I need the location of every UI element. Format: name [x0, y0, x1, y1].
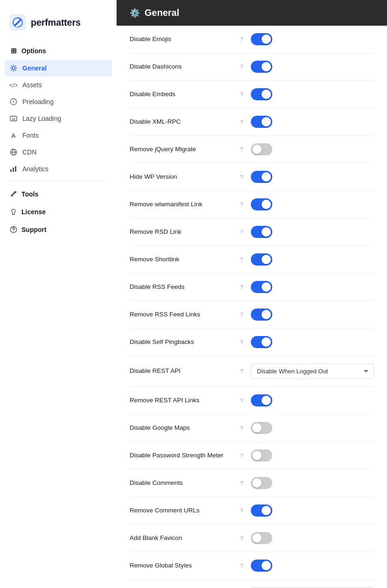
sidebar-item-analytics[interactable]: Analytics	[0, 161, 117, 177]
setting-label-remove-global-styles: Remove Global Styles	[130, 561, 232, 570]
toggle-disable-embeds[interactable]	[251, 88, 272, 100]
general-label: General	[22, 64, 47, 72]
setting-row-disable-emojis: Disable Emojis?	[130, 26, 374, 53]
help-icon-remove-shortlink[interactable]: ?	[237, 255, 246, 264]
toggle-remove-wlwmanifest-link[interactable]	[251, 198, 272, 210]
setting-label-disable-password-strength-meter: Disable Password Strength Meter	[130, 451, 232, 460]
toggle-disable-dashicons[interactable]	[251, 61, 272, 73]
setting-label-disable-rest-api: Disable REST API	[130, 367, 232, 376]
setting-row-disable-google-maps: Disable Google Maps?	[130, 414, 374, 442]
toggle-remove-rest-api-links[interactable]	[251, 394, 272, 406]
help-icon-hide-wp-version[interactable]: ?	[237, 172, 246, 182]
help-icon-disable-embeds[interactable]: ?	[237, 90, 246, 99]
toggle-remove-rsd-link[interactable]	[251, 226, 272, 238]
sidebar-divider-1	[9, 181, 107, 182]
page-header-icon: ⚙️	[130, 8, 140, 18]
toggle-slider-disable-emojis	[251, 33, 272, 45]
toggle-disable-password-strength-meter[interactable]	[251, 449, 272, 462]
toggle-slider-hide-wp-version	[251, 171, 272, 183]
preloading-label: Preloading	[22, 98, 54, 105]
setting-label-hide-wp-version: Hide WP Version	[130, 173, 232, 182]
tools-icon	[9, 190, 18, 198]
general-icon	[9, 64, 18, 72]
options-icon: ⊞	[9, 47, 18, 55]
help-icon-disable-google-maps[interactable]: ?	[237, 423, 246, 433]
setting-row-disable-dashicons: Disable Dashicons?	[130, 53, 374, 81]
setting-label-disable-comments: Disable Comments	[130, 479, 232, 488]
help-icon-remove-wlwmanifest-link[interactable]: ?	[237, 200, 246, 209]
cdn-icon	[9, 148, 18, 156]
help-icon-disable-rest-api[interactable]: ?	[237, 367, 246, 376]
setting-row-remove-rss-feed-links: Remove RSS Feed Links?	[130, 301, 374, 329]
help-icon-remove-jquery-migrate[interactable]: ?	[237, 145, 246, 154]
setting-control-disable-xml-rpc	[251, 116, 374, 128]
toggle-slider-remove-rest-api-links	[251, 394, 272, 406]
support-icon	[9, 225, 18, 234]
toggle-remove-shortlink[interactable]	[251, 253, 272, 266]
setting-control-remove-rss-feed-links	[251, 308, 374, 321]
setting-row-disable-self-pingbacks: Disable Self Pingbacks?	[130, 329, 374, 356]
setting-control-hide-wp-version	[251, 171, 374, 183]
svg-point-12	[13, 231, 14, 231]
toggle-disable-xml-rpc[interactable]	[251, 116, 272, 128]
toggle-slider-disable-dashicons	[251, 61, 272, 73]
setting-row-remove-shortlink: Remove Shortlink?	[130, 246, 374, 273]
setting-control-disable-emojis	[251, 33, 374, 45]
fonts-icon: A	[9, 131, 18, 140]
assets-icon: </>	[9, 81, 18, 89]
setting-label-disable-emojis: Disable Emojis	[130, 35, 232, 44]
toggle-disable-emojis[interactable]	[251, 33, 272, 45]
toggle-remove-comment-urls[interactable]	[251, 504, 272, 517]
analytics-icon	[9, 165, 18, 173]
sidebar-item-general[interactable]: General	[5, 60, 112, 77]
sidebar-item-assets[interactable]: </> Assets	[0, 77, 117, 93]
setting-control-remove-jquery-migrate	[251, 143, 374, 155]
help-icon-disable-rss-feeds[interactable]: ?	[237, 282, 246, 292]
options-label: Options	[21, 47, 46, 55]
sidebar-item-preloading[interactable]: Preloading	[0, 93, 117, 110]
toggle-disable-self-pingbacks[interactable]	[251, 336, 272, 348]
license-label: License	[21, 208, 46, 216]
tools-label: Tools	[21, 190, 38, 198]
help-icon-disable-password-strength-meter[interactable]: ?	[237, 451, 246, 460]
help-icon-remove-comment-urls[interactable]: ?	[237, 506, 246, 515]
setting-label-add-blank-favicon: Add Blank Favicon	[130, 534, 232, 543]
sidebar-item-support[interactable]: Support	[0, 221, 117, 238]
sidebar-item-tools[interactable]: Tools	[0, 185, 117, 203]
lazy-loading-icon	[9, 114, 18, 123]
setting-row-disable-xml-rpc: Disable XML-RPC?	[130, 108, 374, 136]
toggle-remove-rss-feed-links[interactable]	[251, 308, 272, 321]
toggle-disable-rss-feeds[interactable]	[251, 281, 272, 293]
setting-label-remove-rss-feed-links: Remove RSS Feed Links	[130, 310, 232, 319]
help-icon-disable-emojis[interactable]: ?	[237, 35, 246, 44]
toggle-slider-disable-self-pingbacks	[251, 336, 272, 348]
help-icon-remove-global-styles[interactable]: ?	[237, 561, 246, 570]
toggle-remove-jquery-migrate[interactable]	[251, 143, 272, 155]
toggle-add-blank-favicon[interactable]	[251, 532, 272, 544]
help-icon-remove-rsd-link[interactable]: ?	[237, 227, 246, 237]
help-icon-disable-xml-rpc[interactable]: ?	[237, 117, 246, 126]
setting-control-disable-rest-api: DisableDisable When Logged OutRestrict t…	[251, 364, 374, 379]
sidebar-item-fonts[interactable]: A Fonts	[0, 127, 117, 144]
setting-control-disable-password-strength-meter	[251, 449, 374, 462]
setting-row-remove-wlwmanifest-link: Remove wlwmanifest Link?	[130, 191, 374, 218]
help-icon-remove-rest-api-links[interactable]: ?	[237, 396, 246, 405]
help-icon-disable-self-pingbacks[interactable]: ?	[237, 337, 246, 347]
toggle-disable-google-maps[interactable]	[251, 422, 272, 434]
help-icon-disable-dashicons[interactable]: ?	[237, 62, 246, 71]
setting-label-remove-wlwmanifest-link: Remove wlwmanifest Link	[130, 200, 232, 209]
dropdown-disable-rest-api[interactable]: DisableDisable When Logged OutRestrict t…	[251, 364, 374, 379]
toggle-hide-wp-version[interactable]	[251, 171, 272, 183]
help-icon-remove-rss-feed-links[interactable]: ?	[237, 310, 246, 319]
sidebar-item-license[interactable]: License	[0, 203, 117, 221]
setting-label-remove-rsd-link: Remove RSD Link	[130, 228, 232, 237]
toggle-remove-global-styles[interactable]	[251, 560, 272, 572]
help-icon-add-blank-favicon[interactable]: ?	[237, 533, 246, 543]
toggle-disable-comments[interactable]	[251, 477, 272, 489]
help-icon-disable-comments[interactable]: ?	[237, 478, 246, 488]
lazy-loading-label: Lazy Loading	[22, 115, 61, 122]
sidebar-item-lazy-loading[interactable]: Lazy Loading	[0, 110, 117, 127]
fonts-label: Fonts	[22, 132, 39, 139]
toggle-slider-disable-google-maps	[251, 422, 272, 434]
sidebar-item-cdn[interactable]: CDN	[0, 144, 117, 161]
